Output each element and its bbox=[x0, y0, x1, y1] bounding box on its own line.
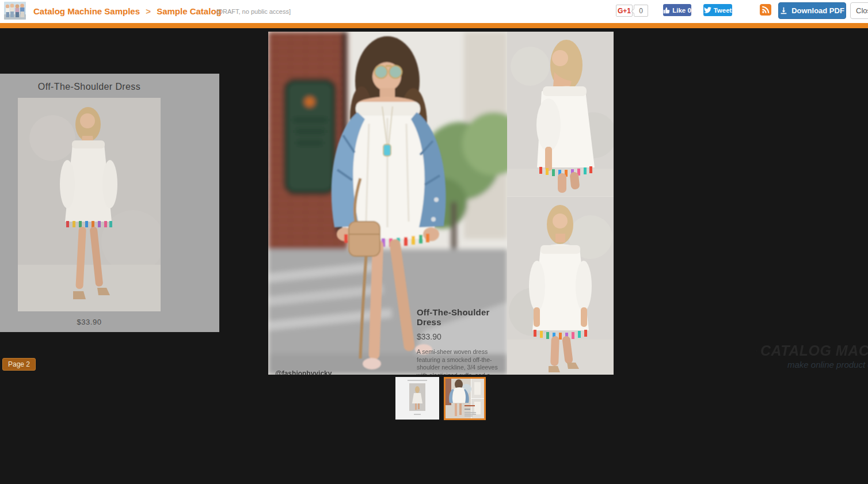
page-thumbnail-1[interactable] bbox=[395, 377, 439, 420]
thumbnail-1-preview bbox=[395, 377, 439, 420]
rss-icon bbox=[762, 6, 770, 14]
catalog-viewer-stage: Off-The-Shoulder Dress bbox=[0, 28, 868, 484]
thumbnail-2-preview bbox=[446, 379, 484, 418]
facebook-like-label: Like 0 bbox=[672, 7, 691, 14]
breadcrumb-separator: > bbox=[142, 6, 154, 16]
tweet-label: Tweet bbox=[714, 7, 732, 14]
product-photo-side-view[interactable] bbox=[507, 32, 614, 196]
thumbs-up-icon bbox=[663, 7, 670, 14]
catalog-machine-logo[interactable] bbox=[4, 2, 26, 20]
watermark-brand-text: CATALOG MACHINE bbox=[760, 342, 868, 359]
page-number-badge: Page 2 bbox=[2, 358, 36, 371]
download-icon bbox=[780, 7, 787, 14]
breadcrumb-current-link[interactable]: Sample Catalog bbox=[157, 6, 222, 16]
product-photo-front-view[interactable] bbox=[507, 196, 614, 375]
accent-divider bbox=[0, 23, 868, 28]
photo-credit-label: @fashionbyvicky bbox=[275, 369, 332, 375]
current-page: Off-The-Shoulder Dress $33.90 A semi-she… bbox=[268, 32, 614, 375]
google-plus-one-button[interactable]: G+1 bbox=[616, 5, 633, 17]
draft-status-label: [DRAFT, no public access] bbox=[216, 8, 291, 15]
tweet-button[interactable]: Tweet bbox=[703, 4, 732, 16]
previous-page-product-price: $33.90 bbox=[0, 318, 178, 326]
logo-photo-icon bbox=[4, 2, 26, 20]
previous-page-product-photo bbox=[18, 98, 161, 311]
model-front-photo-2 bbox=[507, 197, 614, 375]
download-pdf-label: Download PDF bbox=[791, 6, 844, 15]
catalog-machine-watermark: CATALOG MACHINE make online product cata… bbox=[755, 342, 868, 369]
breadcrumb-root-link[interactable]: Catalog Machine Samples bbox=[33, 6, 140, 16]
checkered-flag-icon bbox=[755, 344, 757, 359]
breadcrumb: Catalog Machine Samples > Sample Catalog bbox=[33, 6, 222, 16]
page-thumbnail-2-selected[interactable] bbox=[444, 377, 486, 420]
product-price: $33.90 bbox=[417, 332, 506, 341]
rss-feed-button[interactable] bbox=[760, 4, 771, 16]
twitter-bird-icon bbox=[704, 7, 711, 13]
header-bar: Catalog Machine Samples > Sample Catalog… bbox=[0, 0, 868, 23]
product-description: A semi-sheer woven dress featuring a smo… bbox=[417, 348, 506, 375]
download-pdf-button[interactable]: Download PDF bbox=[778, 2, 846, 19]
watermark-tagline-text: make online product catalogs bbox=[755, 360, 868, 369]
main-lifestyle-photo[interactable]: Off-The-Shoulder Dress $33.90 A semi-she… bbox=[268, 32, 507, 375]
model-side-photo bbox=[507, 32, 614, 196]
previous-page-product-title: Off-The-Shoulder Dress bbox=[0, 82, 178, 92]
close-button[interactable]: Close bbox=[850, 2, 868, 19]
previous-page-panel[interactable]: Off-The-Shoulder Dress bbox=[0, 74, 219, 332]
google-plus-count-badge: 0 bbox=[634, 5, 648, 17]
product-title: Off-The-Shoulder Dress bbox=[417, 307, 506, 327]
product-info-overlay: Off-The-Shoulder Dress $33.90 A semi-she… bbox=[417, 307, 506, 375]
product-photo-column bbox=[507, 32, 614, 375]
facebook-like-button[interactable]: Like 0 bbox=[663, 4, 691, 16]
model-front-photo bbox=[18, 98, 161, 311]
